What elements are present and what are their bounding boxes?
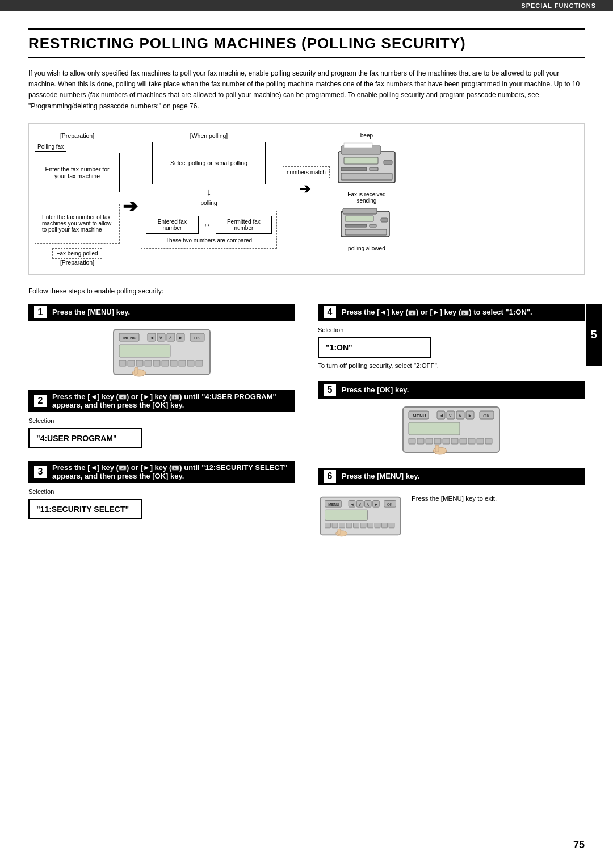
svg-rect-101 [382,523,388,527]
step-5-image-container: MENU ◄ ∨ ∧ ► OK [318,404,585,455]
step-2-selection-value: "4:USER PROGRAM" [28,428,142,448]
svg-rect-74 [468,438,475,444]
svg-text:►: ► [374,501,378,506]
step-3-selection-label: Selection [28,488,295,495]
svg-text:MENU: MENU [413,413,426,418]
svg-rect-68 [417,438,424,444]
svg-rect-75 [477,438,484,444]
svg-rect-5 [370,167,378,171]
device-image-5: MENU ◄ ∨ ∧ ► OK [400,404,502,455]
step-1-image-container: MENU ◄ ∨ ∧ ► OK [28,326,295,378]
svg-rect-93 [325,523,331,527]
svg-text:◄: ◄ [410,311,414,315]
arrow-2: ➔ [299,181,310,197]
side-tab-5: 5 [586,304,602,366]
svg-rect-73 [460,438,467,444]
svg-text:OK: OK [387,502,393,506]
step-3-block: 3 Press the [◄] key (◄) or [►] key (►) u… [28,461,295,519]
step-3-header: 3 Press the [◄] key (◄) or [►] key (►) u… [28,461,295,483]
svg-text:►: ► [463,311,467,315]
svg-rect-98 [360,523,366,527]
step-6-content: MENU ◄ ∨ ∧ ► OK [318,490,585,542]
svg-text:►: ► [468,413,473,418]
fax-being-polled-label: Fax being polled [56,250,98,257]
svg-text:∨: ∨ [159,335,163,341]
step-3-text: Press the [◄] key (◄) or [►] key (►) unt… [52,463,289,480]
svg-rect-6 [341,173,392,180]
diag-box-select-polling: Select polling or serial polling [152,142,266,184]
step-1-text: Press the [MENU] key. [52,308,130,316]
svg-rect-71 [443,438,450,444]
svg-text:►: ► [173,395,177,399]
step-2-text: Press the [◄] key (◄) or [►] key (►) unt… [52,392,289,409]
step-3-selection-value: "11:SECURITY SELECT" [28,499,142,519]
svg-point-77 [433,447,447,454]
step-6-note: Press the [MENU] key to exit. [412,495,497,502]
svg-rect-29 [119,360,126,366]
svg-text:◄: ◄ [120,395,124,399]
svg-text:MENU: MENU [123,336,137,341]
compare-row: Entered fax number ↔ Permitted fax numbe… [146,216,272,234]
step-2-block: 2 Press the [◄] key (◄) or [►] key (►) u… [28,390,295,448]
svg-rect-92 [325,510,368,520]
svg-rect-14 [345,229,387,235]
top-bar: SPECIAL FUNCTIONS [0,0,613,11]
svg-text:∨: ∨ [448,413,452,418]
device-image-1: MENU ◄ ∨ ∧ ► OK [111,326,213,378]
svg-rect-100 [375,523,380,527]
left-column: 1 Press the [MENU] key. MENU ◄ [28,304,295,554]
svg-text:◄: ◄ [149,335,154,341]
content-area: RESTRICTING POLLING MACHINES (POLLING SE… [0,11,613,582]
fax-is-received: Fax is received [347,191,385,198]
step-6-header: 6 Press the [MENU] key. [318,468,585,485]
svg-text:∧: ∧ [366,501,370,506]
svg-rect-12 [345,224,367,227]
page-title: RESTRICTING POLLING MACHINES (POLLING SE… [28,28,585,58]
step-6-number: 6 [324,470,336,483]
step-4-header: 4 Press the [◄] key (◄) or [►] key (►) t… [318,304,585,321]
svg-rect-36 [179,360,186,366]
svg-rect-104 [338,529,341,534]
intro-paragraph: If you wish to allow only specified fax … [28,68,585,112]
svg-rect-3 [384,160,392,165]
fax-machine-top-svg [333,140,401,191]
diag-col-1: [Preparation] Polling fax Enter the fax … [35,132,120,269]
step-2-header: 2 Press the [◄] key (◄) or [►] key (►) u… [28,390,295,412]
step-3-number: 3 [34,466,47,478]
diag-box2-text: Select polling or serial polling [170,160,247,166]
numbers-match-box: numbers match [283,166,330,178]
svg-text:MENU: MENU [328,502,339,506]
svg-rect-13 [370,224,376,227]
step-4-note: To turn off polling security, select "2:… [318,362,585,369]
follow-steps-text: Follow these steps to enable polling sec… [28,287,585,295]
step-4-selection-value: "1:ON" [318,337,431,358]
svg-text:OK: OK [194,336,200,341]
svg-rect-70 [434,438,441,444]
step-4-number: 4 [324,306,336,318]
svg-rect-69 [426,438,433,444]
permitted-fax-box: Permitted fax number [216,216,272,234]
svg-rect-78 [435,445,439,452]
double-arrow: ↔ [203,220,211,229]
svg-text:◄: ◄ [350,501,354,506]
svg-rect-4 [341,167,367,171]
svg-rect-33 [153,360,160,366]
fax-being-polled: Fax being polled [52,248,102,259]
device-image-6: MENU ◄ ∨ ∧ ► OK [318,490,403,542]
svg-rect-9 [343,208,377,214]
svg-rect-32 [145,360,152,366]
svg-rect-37 [187,360,194,366]
diag-col-2: [When polling] Select polling or serial … [141,132,277,249]
section-label: SPECIAL FUNCTIONS [521,2,596,9]
svg-rect-76 [485,438,492,444]
diag-box1-text: Enter the fax number for your fax machin… [42,166,112,179]
svg-text:∨: ∨ [358,501,362,506]
svg-rect-2 [344,157,378,164]
step-6-block: 6 Press the [MENU] key. MENU ◄ ∨ [318,468,585,542]
svg-rect-30 [128,360,135,366]
beep-label: beep [360,132,373,139]
svg-text:◄: ◄ [439,413,444,418]
svg-rect-66 [409,422,460,435]
right-section: beep Fax is received [333,132,401,251]
step-5-block: 5 Press the [OK] key. MENU ◄ ∨ [318,381,585,455]
